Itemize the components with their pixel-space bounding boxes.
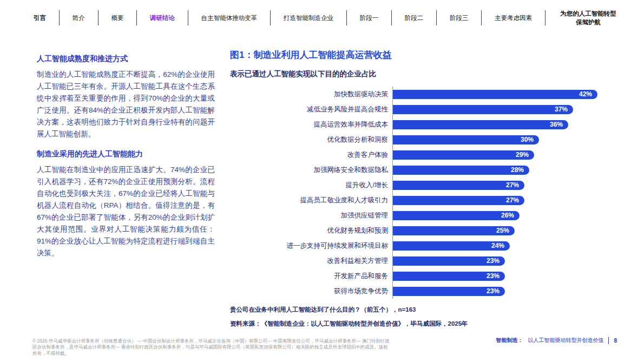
bar: 36% [393, 120, 568, 129]
bar-track: 23% [392, 268, 617, 284]
bar-track: 30% [392, 132, 617, 147]
nav-item-6[interactable]: 打造智能制造企业 [277, 14, 340, 22]
footer-divider [608, 337, 609, 344]
bar-category-label: 改善利益相关方管理 [230, 256, 392, 266]
bar-value-label: 24% [491, 242, 504, 249]
nav-divider [270, 10, 271, 25]
bar-track: 29% [392, 147, 617, 162]
bar-track: 24% [392, 238, 617, 253]
bar-value-label: 29% [516, 151, 529, 159]
chart-row: 开发新产品和服务 23% [230, 268, 617, 284]
chart-row: 加快数据驱动决策 42% [230, 87, 617, 102]
left-section: 人工智能成熟度和推进方式 制造业的人工智能成熟度正不断提高，62%的企业使用人工… [37, 54, 215, 140]
nav-item-1[interactable]: 引言 [31, 14, 52, 22]
bar-category-label: 优化财务规划和预测 [230, 226, 392, 235]
nav-divider [545, 10, 546, 25]
chart-row: 提高员工敬业度和人才吸引力 27% [230, 193, 617, 208]
bar-value-label: 23% [487, 287, 500, 295]
nav-item-2[interactable]: 简介 [66, 14, 91, 22]
section-body: 人工智能在制造业中的应用正迅速扩大。74%的企业已引入机器学习，还有72%的企业… [37, 164, 215, 259]
bar-value-label: 26% [501, 212, 514, 219]
bar: 24% [393, 241, 510, 251]
bar-track: 26% [392, 208, 617, 223]
nav-divider [136, 10, 137, 25]
nav-divider [436, 10, 437, 25]
nav-divider [188, 10, 188, 25]
bar: 23% [393, 256, 505, 266]
bar-value-label: 23% [487, 272, 500, 280]
nav-divider [481, 10, 482, 25]
bar-category-label: 进一步支持可持续发展和环境目标 [230, 241, 392, 251]
nav-item-7[interactable]: 阶段一 [353, 14, 385, 22]
top-nav: 引言简介概要调研结论自主智能体推动变革打造智能制造企业阶段一阶段二阶段三主要考虑… [31, 6, 618, 29]
bar-category-label: 减低业务风险并提高合规性 [230, 105, 392, 114]
bar: 28% [393, 166, 529, 175]
bar-value-label: 25% [496, 227, 509, 234]
nav-item-4[interactable]: 调研结论 [143, 14, 181, 22]
bar: 27% [393, 196, 524, 205]
footer-report-subtitle: 以人工智能驱动转型并创造价值 [528, 337, 603, 344]
bar-track: 27% [392, 193, 617, 208]
chart-footnote: 贵公司在业务中利用人工智能达到了什么目的？（前五个），n=163 [230, 306, 617, 314]
nav-item-11[interactable]: 为您的人工智能转型保驾护航 [552, 9, 618, 27]
chart-row: 优化数据分析和洞察 30% [230, 132, 617, 147]
bar-track: 42% [392, 87, 617, 102]
footer-report-title: 智能制造： [496, 337, 523, 344]
bar: 30% [393, 135, 539, 144]
bar-value-label: 28% [511, 166, 524, 174]
nav-divider [346, 10, 347, 25]
bar-value-label: 27% [506, 181, 519, 189]
bar-category-label: 加强网络安全和数据隐私 [230, 166, 392, 175]
section-heading: 人工智能成熟度和推进方式 [37, 54, 215, 64]
bar-track: 28% [392, 162, 617, 177]
bar: 42% [393, 90, 597, 99]
bar: 37% [393, 105, 573, 114]
chart-row: 改善客户体验 29% [230, 147, 617, 162]
chart-subtitle: 表示已通过人工智能实现以下目的的企业占比 [230, 69, 617, 79]
bar-value-label: 42% [579, 90, 592, 98]
bar-track: 27% [392, 177, 617, 193]
chart-row: 提升收入/增长 27% [230, 177, 617, 193]
footer-report-info: 智能制造：以人工智能驱动转型并创造价值 8 [496, 337, 617, 344]
chart-row: 进一步支持可持续发展和环境目标 24% [230, 238, 617, 253]
bar-value-label: 37% [555, 106, 568, 113]
chart-row: 获得市场竞争优势 23% [230, 284, 617, 299]
nav-divider [391, 10, 392, 25]
bar-category-label: 提高员工敬业度和人才吸引力 [230, 196, 392, 205]
bar-track: 36% [392, 117, 617, 132]
bar: 29% [393, 150, 534, 160]
bar-value-label: 27% [506, 196, 519, 204]
left-section: 制造业采用的先进人工智能能力 人工智能在制造业中的应用正迅速扩大。74%的企业已… [37, 149, 215, 259]
nav-item-10[interactable]: 主要考虑因素 [488, 14, 538, 22]
section-body: 制造业的人工智能成熟度正不断提高，62%的企业使用人工智能已三年有余。开源人工智… [37, 69, 215, 140]
bar-category-label: 提高运营效率并降低成本 [230, 120, 392, 129]
left-column: 人工智能成熟度和推进方式 制造业的人工智能成熟度正不断提高，62%的企业使用人工… [37, 54, 215, 268]
bar: 26% [393, 211, 520, 220]
chart-row: 减低业务风险并提高合规性 37% [230, 102, 617, 117]
bar-track: 23% [392, 253, 617, 268]
bar-category-label: 提升收入/增长 [230, 181, 392, 190]
nav-divider [98, 10, 98, 25]
bar-track: 25% [392, 223, 617, 238]
nav-item-9[interactable]: 阶段三 [443, 14, 475, 22]
nav-item-5[interactable]: 自主智能体推动变革 [195, 14, 264, 22]
bar-value-label: 30% [521, 136, 534, 143]
chart-row: 加强供应链管理 26% [230, 208, 617, 223]
bar-category-label: 加强供应链管理 [230, 211, 392, 220]
nav-item-3[interactable]: 概要 [104, 14, 130, 22]
bar: 23% [393, 287, 505, 296]
page-number: 8 [614, 338, 617, 344]
bar-category-label: 加快数据驱动决策 [230, 90, 392, 99]
bar-value-label: 23% [487, 257, 500, 265]
bar-value-label: 36% [550, 121, 563, 128]
chart-row: 优化财务规划和预测 25% [230, 223, 617, 238]
bar-category-label: 优化数据分析和洞察 [230, 135, 392, 144]
bar-chart-rows: 加快数据驱动决策 42% 减低业务风险并提高合规性 37% 提高运营效率并降低成… [230, 87, 617, 299]
section-heading: 制造业采用的先进人工智能能力 [37, 149, 215, 159]
chart-row: 改善利益相关方管理 23% [230, 253, 617, 268]
bar-track: 23% [392, 284, 617, 299]
bar-category-label: 改善客户体验 [230, 150, 392, 160]
bar: 25% [393, 226, 515, 235]
chart-source: 资料来源：《智能制造企业：以人工智能驱动转型并创造价值》，毕马威国际，2025年 [230, 320, 617, 328]
nav-item-8[interactable]: 阶段二 [398, 14, 430, 22]
